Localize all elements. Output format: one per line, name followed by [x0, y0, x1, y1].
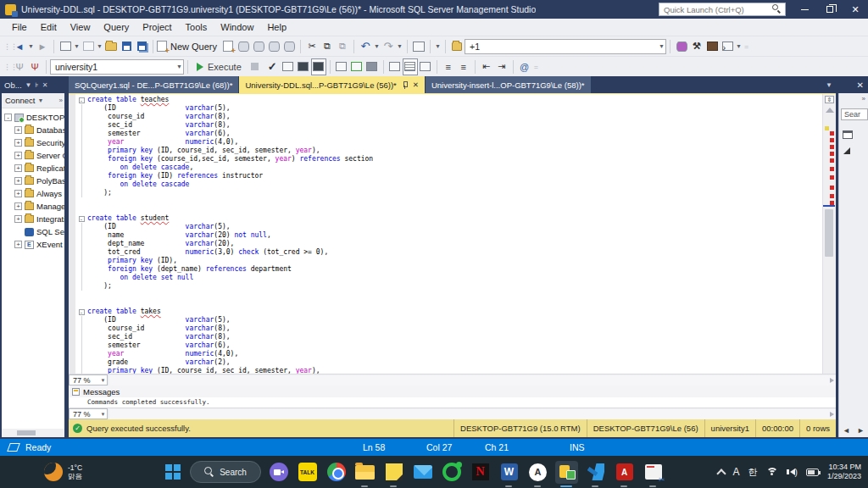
document-tab-1[interactable]: University-DDL.sql...P-GBT71G9\Le (56))*… [239, 76, 425, 93]
code-line[interactable]: on delete cascade [75, 180, 822, 189]
code-line[interactable] [75, 206, 822, 214]
messages-tab[interactable]: Messages [69, 385, 836, 397]
object-explorer-caption[interactable]: Ob... ▼ ⊧ ✕ [2, 76, 64, 93]
decrease-indent-icon[interactable]: ⇤ [479, 58, 494, 75]
tree-item-desktop-g[interactable]: -DESKTOP-G [2, 111, 64, 124]
analysis-dmx-icon[interactable] [251, 38, 266, 55]
find-combo[interactable]: +1 ▼ [465, 39, 666, 54]
client-statistics-icon[interactable] [364, 58, 380, 75]
taskbar-netflix-app[interactable]: N [469, 461, 492, 484]
code-line[interactable]: -create table takes [75, 308, 822, 316]
right-panel-search-input[interactable]: Sear [841, 108, 868, 120]
taskbar-snipping-app[interactable] [642, 461, 665, 484]
back-dropdown-icon[interactable]: ▼ [27, 43, 35, 49]
new-query-button[interactable] [157, 38, 170, 55]
toolbox-icon[interactable] [704, 38, 720, 55]
battery-icon[interactable] [806, 469, 819, 476]
terminal-dropdown-icon[interactable]: ▼ [735, 43, 743, 49]
save-all-icon[interactable] [134, 38, 149, 55]
taskbar-sticky-notes[interactable] [382, 461, 405, 484]
code-line[interactable]: foreign key (course_id,sec_id, semester,… [75, 155, 822, 164]
sql-editor[interactable]: -create table teaches (ID varchar(5), co… [69, 93, 836, 374]
pane-menu-icon[interactable]: ▼ [25, 81, 32, 89]
taskbar-acrobat-app[interactable]: A [613, 461, 636, 484]
new-file-dropdown-icon[interactable]: ▼ [73, 43, 81, 49]
right-panel-overflow-icon[interactable]: » [862, 95, 865, 103]
vscroll-thumb[interactable] [825, 209, 833, 257]
minimize-button[interactable] [792, 0, 817, 19]
undo-icon[interactable]: ↶ [358, 38, 373, 55]
tree-item-server-obj[interactable]: +Server Obj [2, 149, 64, 162]
taskbar-word-app[interactable]: W [498, 461, 520, 484]
code-area[interactable]: -create table teaches (ID varchar(5), co… [75, 94, 822, 374]
pager-left-icon[interactable]: ◄ [843, 426, 850, 435]
toolbar2-grip[interactable]: ⋮⋮ [3, 63, 10, 71]
close-pane-icon[interactable]: ✕ [42, 81, 48, 89]
menu-view[interactable]: View [64, 19, 97, 35]
tab-pin-icon[interactable] [402, 81, 408, 89]
taskbar-a-app[interactable]: A [526, 461, 549, 484]
tree-item-databases[interactable]: +Databases [2, 124, 64, 136]
editor-zoom-combo[interactable]: 77 %▼ [69, 374, 108, 385]
new-file-icon[interactable] [58, 38, 73, 55]
tree-item-security[interactable]: +Security [2, 136, 64, 149]
wifi-icon[interactable] [766, 468, 778, 476]
code-line[interactable] [75, 197, 822, 206]
tree-item-xevent-pr[interactable]: +XEvent Pr [2, 238, 64, 251]
code-line[interactable]: foreign key (ID) references instructor [75, 172, 822, 180]
code-line[interactable]: on delete set null [75, 274, 822, 282]
add-item-icon[interactable] [81, 38, 96, 55]
redo-dropdown-icon[interactable]: ▼ [396, 43, 403, 49]
code-line[interactable]: primary key (ID, course_id, sec_id, seme… [75, 147, 822, 155]
activity-monitor-icon[interactable] [411, 38, 426, 55]
sql-server-compact-icon[interactable] [281, 38, 297, 55]
code-line[interactable]: foreign key (dept_name) references depar… [75, 265, 822, 274]
execute-icon[interactable] [197, 63, 203, 71]
pager-right-icon[interactable]: ► [857, 426, 865, 435]
open-file-icon[interactable] [103, 38, 119, 55]
start-button[interactable] [161, 461, 184, 484]
menu-tools[interactable]: Tools [179, 19, 214, 35]
code-line[interactable]: sec_id varchar(8), [75, 121, 822, 130]
messages-zoom-combo[interactable]: 77 %▼ [69, 408, 108, 419]
menu-query[interactable]: Query [97, 19, 136, 35]
taskbar-kakaotalk-app[interactable]: TALK [296, 461, 319, 484]
taskbar-file-explorer[interactable] [353, 461, 376, 484]
code-line[interactable]: ); [75, 282, 822, 291]
code-line[interactable]: dept_name varchar(20), [75, 240, 822, 248]
sqlcmd-icon[interactable] [674, 38, 689, 55]
connect-dropdown-icon[interactable]: ▼ [36, 97, 44, 103]
taskbar-facetime-app[interactable] [267, 461, 290, 484]
display-estimated-plan-icon[interactable] [281, 58, 296, 75]
volume-icon[interactable]: ) [787, 468, 798, 477]
find-in-files-icon[interactable] [449, 38, 465, 55]
right-panel-window-icon[interactable] [843, 130, 853, 139]
cancel-query-icon[interactable] [251, 63, 259, 70]
code-line[interactable]: semester varchar(6), [75, 130, 822, 138]
code-line[interactable] [75, 299, 822, 308]
document-tab-2[interactable]: University-insert-l...OP-GBT71G9\Le (58)… [426, 76, 591, 93]
split-handle[interactable]: ⇕ [825, 96, 834, 103]
code-line[interactable]: tot_cred numeric(3,0) check (tot_cred >=… [75, 248, 822, 257]
paste-icon[interactable]: ⧉ [335, 38, 350, 55]
taskbar-vscode-app[interactable] [584, 461, 607, 484]
toolbar-dropdown-icon[interactable]: ▼ [434, 43, 442, 49]
menu-project[interactable]: Project [136, 19, 178, 35]
code-line[interactable]: name varchar(20) not null, [75, 231, 822, 240]
taskbar-mail-app[interactable] [411, 461, 434, 484]
include-actual-plan-icon[interactable] [334, 58, 349, 75]
tree-item-integratio[interactable]: +Integratio [2, 213, 64, 225]
menu-edit[interactable]: Edit [34, 19, 64, 35]
results-to-file-icon[interactable] [418, 58, 433, 75]
expand-icon[interactable]: + [14, 164, 22, 172]
toolbar2-overflow-icon[interactable]: = [534, 63, 541, 71]
tree-item-sql-serve[interactable]: SQL Serve [2, 225, 64, 238]
navigate-back-icon[interactable]: ◄ [12, 38, 27, 55]
analysis-xmla-icon[interactable] [266, 38, 281, 55]
ime-korean-indicator[interactable]: 한 [748, 466, 758, 479]
toolbar-overflow-icon[interactable]: = [744, 42, 751, 51]
code-line[interactable]: semester varchar(6), [75, 341, 822, 350]
close-button[interactable]: ✕ [843, 0, 868, 19]
code-line[interactable]: ); [75, 189, 822, 197]
editor-vscrollbar[interactable]: ⇕ [822, 94, 836, 374]
